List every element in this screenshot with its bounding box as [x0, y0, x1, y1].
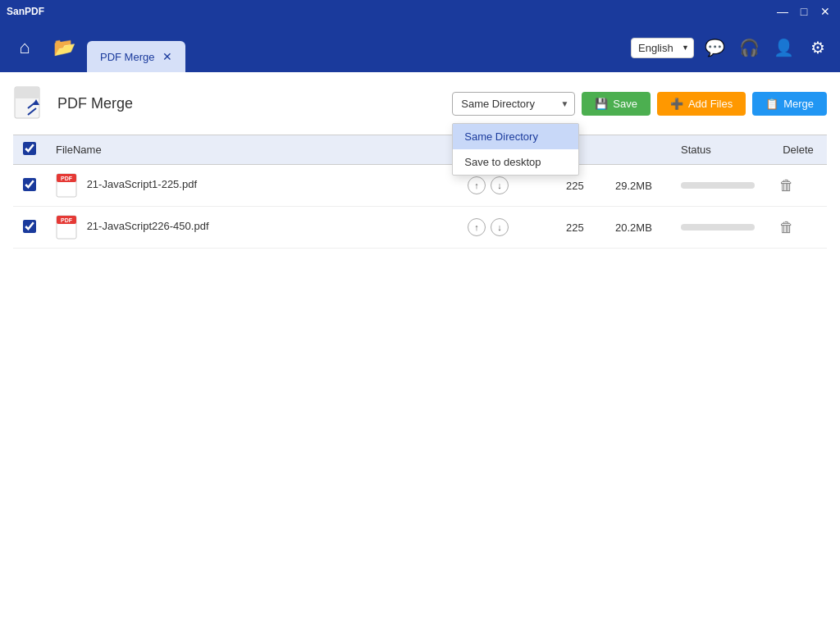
home-icon: ⌂ — [19, 37, 30, 58]
settings-button[interactable]: ⚙ — [804, 34, 832, 62]
add-files-label: Add Files — [688, 98, 733, 110]
dropdown-item-desktop[interactable]: Save to desktop — [453, 149, 578, 175]
save-label: Save — [613, 98, 637, 110]
window-controls: — □ ✕ — [774, 3, 833, 20]
header-checkbox-col — [13, 135, 46, 165]
merge-button[interactable]: 📋 Merge — [752, 92, 827, 116]
row2-checkbox[interactable] — [23, 220, 36, 233]
maximize-button[interactable]: □ — [796, 3, 812, 20]
row2-filename-cell: PDF 21-JavaScript226-450.pdf — [46, 207, 458, 249]
folder-button[interactable]: 📂 — [48, 31, 80, 64]
row2-sort-up[interactable]: ↑ — [468, 218, 486, 236]
row2-sort-down[interactable]: ↓ — [491, 218, 509, 236]
home-button[interactable]: ⌂ — [8, 31, 41, 64]
header-size — [605, 135, 671, 165]
row1-delete-cell: 🗑 — [769, 165, 827, 207]
row1-status-cell — [671, 165, 769, 207]
select-all-checkbox[interactable] — [23, 142, 36, 155]
chat-button[interactable]: 💬 — [701, 34, 728, 62]
add-files-button[interactable]: ➕ Add Files — [657, 92, 746, 116]
row1-size-cell: 29.2MB — [605, 165, 671, 207]
add-icon: ➕ — [670, 98, 683, 110]
merge-label: Merge — [783, 98, 814, 110]
save-button[interactable]: 💾 Save — [582, 92, 651, 116]
row1-progress-bar — [681, 182, 755, 189]
row1-checkbox[interactable] — [23, 178, 36, 191]
svg-text:PDF: PDF — [61, 217, 73, 223]
table-row: PDF 21-JavaScript226-450.pdf ↑ ↓ 225 20.… — [13, 207, 827, 249]
title-bar: SanPDF — □ ✕ — [0, 0, 840, 23]
tab-label: PDF Merge — [100, 51, 154, 63]
row2-sort-cell: ↑ ↓ — [458, 207, 556, 249]
row2-checkbox-cell — [13, 207, 46, 249]
user-button[interactable]: 👤 — [769, 34, 797, 62]
row2-delete-button[interactable]: 🗑 — [779, 219, 794, 236]
row1-filename-cell: PDF 21-JavaScript1-225.pdf — [46, 165, 458, 207]
row2-status-cell — [671, 207, 769, 249]
row1-sort-up[interactable]: ↑ — [468, 176, 486, 194]
row2-filename: 21-JavaScript226-450.pdf — [87, 220, 209, 232]
svg-text:PDF: PDF — [61, 176, 73, 181]
tab-close-button[interactable]: ✕ — [162, 51, 172, 62]
svg-rect-1 — [15, 87, 39, 98]
row2-sort-buttons: ↑ ↓ — [468, 218, 546, 236]
tab-area: PDF Merge ✕ — [87, 23, 624, 72]
main-content: PDF Merge Same Directory Save to desktop… — [0, 72, 840, 630]
chat-icon: 💬 — [705, 38, 725, 57]
directory-select-wrapper: Same Directory Save to desktop ▼ Same Di… — [452, 92, 575, 116]
row1-filename: 21-JavaScript1-225.pdf — [87, 178, 197, 190]
tab-pdf-merge[interactable]: PDF Merge ✕ — [87, 41, 185, 72]
row2-delete-cell: 🗑 — [769, 207, 827, 249]
row1-sort-down[interactable]: ↓ — [491, 176, 509, 194]
tool-buttons: Same Directory Save to desktop ▼ Same Di… — [452, 92, 827, 116]
header-delete: Delete — [769, 135, 827, 165]
tool-row: PDF Merge Same Directory Save to desktop… — [13, 85, 827, 121]
row1-delete-button[interactable]: 🗑 — [779, 177, 794, 194]
folder-icon: 📂 — [53, 37, 75, 58]
header-status: Status — [671, 135, 769, 165]
nav-bar: ⌂ 📂 PDF Merge ✕ English 中文 💬 🎧 👤 ⚙ — [0, 23, 840, 72]
directory-dropdown-menu: Same Directory Save to desktop — [452, 123, 579, 176]
row2-progress-bar — [681, 224, 755, 231]
settings-icon: ⚙ — [810, 38, 825, 57]
nav-right: English 中文 💬 🎧 👤 ⚙ — [631, 34, 832, 62]
row1-pdf-icon: PDF — [56, 173, 77, 198]
table-row: PDF 21-JavaScript1-225.pdf ↑ ↓ 225 29.2M… — [13, 165, 827, 207]
headphone-button[interactable]: 🎧 — [735, 34, 763, 62]
row2-size-cell: 20.2MB — [605, 207, 671, 249]
directory-select[interactable]: Same Directory Save to desktop — [452, 92, 575, 116]
close-button[interactable]: ✕ — [817, 3, 833, 20]
language-select[interactable]: English 中文 — [631, 38, 694, 58]
row1-sort-buttons: ↑ ↓ — [468, 176, 546, 194]
page-title-area: PDF Merge — [13, 85, 442, 121]
row2-pdf-icon: PDF — [56, 215, 77, 240]
merge-icon: 📋 — [765, 98, 778, 110]
header-filename: FileName — [46, 135, 458, 165]
minimize-button[interactable]: — — [774, 3, 791, 20]
file-table: FileName Sort Status Delete — [13, 135, 827, 249]
user-icon: 👤 — [774, 38, 794, 57]
app-title: SanPDF — [7, 6, 44, 17]
row2-pages-cell: 225 — [556, 207, 605, 249]
page-title: PDF Merge — [57, 95, 133, 112]
headphone-icon: 🎧 — [739, 38, 760, 57]
pdf-merge-icon — [13, 85, 49, 121]
dropdown-item-same-dir[interactable]: Same Directory — [453, 124, 578, 149]
language-wrapper: English 中文 — [631, 38, 694, 58]
table-header-row: FileName Sort Status Delete — [13, 135, 827, 165]
save-icon: 💾 — [595, 98, 608, 110]
row1-checkbox-cell — [13, 165, 46, 207]
